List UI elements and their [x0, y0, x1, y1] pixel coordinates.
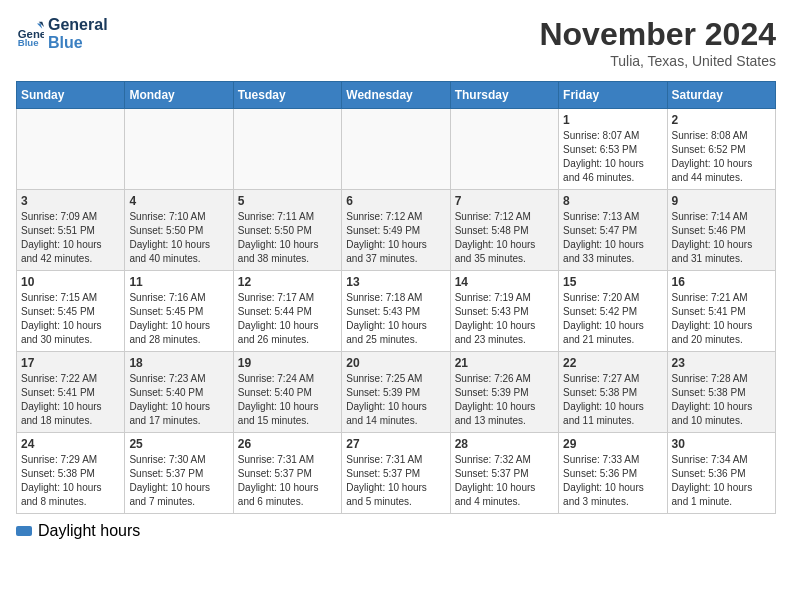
day-info: Sunrise: 7:10 AM Sunset: 5:50 PM Dayligh…: [129, 210, 228, 266]
day-info: Sunrise: 7:20 AM Sunset: 5:42 PM Dayligh…: [563, 291, 662, 347]
day-number: 19: [238, 356, 337, 370]
day-number: 5: [238, 194, 337, 208]
calendar-cell: 5Sunrise: 7:11 AM Sunset: 5:50 PM Daylig…: [233, 190, 341, 271]
calendar-week-row: 17Sunrise: 7:22 AM Sunset: 5:41 PM Dayli…: [17, 352, 776, 433]
logo: General Blue General Blue: [16, 16, 108, 51]
day-info: Sunrise: 7:33 AM Sunset: 5:36 PM Dayligh…: [563, 453, 662, 509]
calendar-cell: 12Sunrise: 7:17 AM Sunset: 5:44 PM Dayli…: [233, 271, 341, 352]
day-number: 27: [346, 437, 445, 451]
calendar-cell: [125, 109, 233, 190]
calendar-cell: 22Sunrise: 7:27 AM Sunset: 5:38 PM Dayli…: [559, 352, 667, 433]
day-number: 8: [563, 194, 662, 208]
day-info: Sunrise: 7:22 AM Sunset: 5:41 PM Dayligh…: [21, 372, 120, 428]
day-number: 11: [129, 275, 228, 289]
day-info: Sunrise: 7:09 AM Sunset: 5:51 PM Dayligh…: [21, 210, 120, 266]
legend: Daylight hours: [16, 522, 776, 540]
calendar-cell: [233, 109, 341, 190]
day-number: 6: [346, 194, 445, 208]
day-info: Sunrise: 7:24 AM Sunset: 5:40 PM Dayligh…: [238, 372, 337, 428]
calendar-cell: 18Sunrise: 7:23 AM Sunset: 5:40 PM Dayli…: [125, 352, 233, 433]
legend-label: Daylight hours: [38, 522, 140, 540]
calendar-cell: 19Sunrise: 7:24 AM Sunset: 5:40 PM Dayli…: [233, 352, 341, 433]
day-info: Sunrise: 7:13 AM Sunset: 5:47 PM Dayligh…: [563, 210, 662, 266]
calendar-cell: 13Sunrise: 7:18 AM Sunset: 5:43 PM Dayli…: [342, 271, 450, 352]
day-info: Sunrise: 7:15 AM Sunset: 5:45 PM Dayligh…: [21, 291, 120, 347]
calendar-cell: 26Sunrise: 7:31 AM Sunset: 5:37 PM Dayli…: [233, 433, 341, 514]
calendar-header-row: SundayMondayTuesdayWednesdayThursdayFrid…: [17, 82, 776, 109]
calendar-cell: [17, 109, 125, 190]
day-number: 17: [21, 356, 120, 370]
day-number: 30: [672, 437, 771, 451]
day-number: 9: [672, 194, 771, 208]
day-number: 14: [455, 275, 554, 289]
calendar-cell: 17Sunrise: 7:22 AM Sunset: 5:41 PM Dayli…: [17, 352, 125, 433]
location: Tulia, Texas, United States: [539, 53, 776, 69]
day-info: Sunrise: 7:17 AM Sunset: 5:44 PM Dayligh…: [238, 291, 337, 347]
calendar: SundayMondayTuesdayWednesdayThursdayFrid…: [16, 81, 776, 514]
calendar-cell: 20Sunrise: 7:25 AM Sunset: 5:39 PM Dayli…: [342, 352, 450, 433]
day-info: Sunrise: 7:31 AM Sunset: 5:37 PM Dayligh…: [346, 453, 445, 509]
day-number: 25: [129, 437, 228, 451]
calendar-cell: [342, 109, 450, 190]
calendar-header-saturday: Saturday: [667, 82, 775, 109]
calendar-cell: 24Sunrise: 7:29 AM Sunset: 5:38 PM Dayli…: [17, 433, 125, 514]
calendar-cell: 6Sunrise: 7:12 AM Sunset: 5:49 PM Daylig…: [342, 190, 450, 271]
day-info: Sunrise: 7:28 AM Sunset: 5:38 PM Dayligh…: [672, 372, 771, 428]
svg-text:Blue: Blue: [18, 37, 39, 48]
month-title: November 2024: [539, 16, 776, 53]
calendar-header-wednesday: Wednesday: [342, 82, 450, 109]
calendar-cell: 2Sunrise: 8:08 AM Sunset: 6:52 PM Daylig…: [667, 109, 775, 190]
day-number: 3: [21, 194, 120, 208]
calendar-cell: 14Sunrise: 7:19 AM Sunset: 5:43 PM Dayli…: [450, 271, 558, 352]
day-info: Sunrise: 7:25 AM Sunset: 5:39 PM Dayligh…: [346, 372, 445, 428]
day-number: 4: [129, 194, 228, 208]
calendar-cell: 8Sunrise: 7:13 AM Sunset: 5:47 PM Daylig…: [559, 190, 667, 271]
logo-line2: Blue: [48, 34, 108, 52]
logo-line1: General: [48, 16, 108, 34]
calendar-header-tuesday: Tuesday: [233, 82, 341, 109]
day-number: 13: [346, 275, 445, 289]
calendar-cell: 25Sunrise: 7:30 AM Sunset: 5:37 PM Dayli…: [125, 433, 233, 514]
legend-color: [16, 526, 32, 536]
day-info: Sunrise: 8:07 AM Sunset: 6:53 PM Dayligh…: [563, 129, 662, 185]
calendar-header-monday: Monday: [125, 82, 233, 109]
calendar-week-row: 24Sunrise: 7:29 AM Sunset: 5:38 PM Dayli…: [17, 433, 776, 514]
calendar-cell: 10Sunrise: 7:15 AM Sunset: 5:45 PM Dayli…: [17, 271, 125, 352]
day-info: Sunrise: 7:21 AM Sunset: 5:41 PM Dayligh…: [672, 291, 771, 347]
calendar-week-row: 3Sunrise: 7:09 AM Sunset: 5:51 PM Daylig…: [17, 190, 776, 271]
calendar-header-friday: Friday: [559, 82, 667, 109]
calendar-cell: 27Sunrise: 7:31 AM Sunset: 5:37 PM Dayli…: [342, 433, 450, 514]
day-info: Sunrise: 7:31 AM Sunset: 5:37 PM Dayligh…: [238, 453, 337, 509]
day-info: Sunrise: 7:11 AM Sunset: 5:50 PM Dayligh…: [238, 210, 337, 266]
day-info: Sunrise: 7:12 AM Sunset: 5:49 PM Dayligh…: [346, 210, 445, 266]
day-number: 29: [563, 437, 662, 451]
calendar-cell: 29Sunrise: 7:33 AM Sunset: 5:36 PM Dayli…: [559, 433, 667, 514]
day-info: Sunrise: 7:19 AM Sunset: 5:43 PM Dayligh…: [455, 291, 554, 347]
calendar-cell: 28Sunrise: 7:32 AM Sunset: 5:37 PM Dayli…: [450, 433, 558, 514]
calendar-week-row: 1Sunrise: 8:07 AM Sunset: 6:53 PM Daylig…: [17, 109, 776, 190]
day-number: 10: [21, 275, 120, 289]
logo-icon: General Blue: [16, 20, 44, 48]
calendar-cell: 7Sunrise: 7:12 AM Sunset: 5:48 PM Daylig…: [450, 190, 558, 271]
day-number: 16: [672, 275, 771, 289]
day-number: 21: [455, 356, 554, 370]
day-number: 20: [346, 356, 445, 370]
day-info: Sunrise: 7:14 AM Sunset: 5:46 PM Dayligh…: [672, 210, 771, 266]
day-number: 18: [129, 356, 228, 370]
day-number: 15: [563, 275, 662, 289]
calendar-week-row: 10Sunrise: 7:15 AM Sunset: 5:45 PM Dayli…: [17, 271, 776, 352]
calendar-cell: 9Sunrise: 7:14 AM Sunset: 5:46 PM Daylig…: [667, 190, 775, 271]
calendar-cell: 30Sunrise: 7:34 AM Sunset: 5:36 PM Dayli…: [667, 433, 775, 514]
calendar-header-thursday: Thursday: [450, 82, 558, 109]
calendar-cell: 11Sunrise: 7:16 AM Sunset: 5:45 PM Dayli…: [125, 271, 233, 352]
calendar-cell: 16Sunrise: 7:21 AM Sunset: 5:41 PM Dayli…: [667, 271, 775, 352]
day-info: Sunrise: 7:32 AM Sunset: 5:37 PM Dayligh…: [455, 453, 554, 509]
day-number: 24: [21, 437, 120, 451]
calendar-cell: [450, 109, 558, 190]
day-number: 12: [238, 275, 337, 289]
day-number: 26: [238, 437, 337, 451]
day-info: Sunrise: 7:23 AM Sunset: 5:40 PM Dayligh…: [129, 372, 228, 428]
day-number: 28: [455, 437, 554, 451]
calendar-cell: 23Sunrise: 7:28 AM Sunset: 5:38 PM Dayli…: [667, 352, 775, 433]
title-block: November 2024 Tulia, Texas, United State…: [539, 16, 776, 69]
